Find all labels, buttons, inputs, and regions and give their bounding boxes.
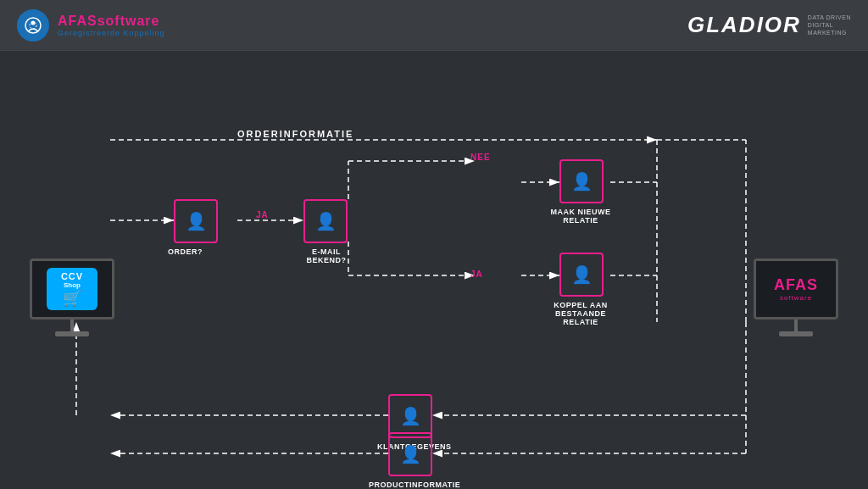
maak-box: 👤 <box>559 159 604 203</box>
afas-screen: AFAS software <box>754 258 838 320</box>
ccv-monitor-base <box>55 331 89 336</box>
afas-monitor-brand: AFAS <box>774 276 818 294</box>
ja-label-2: JA <box>470 270 483 279</box>
orderinformatie-label: ORDERINFORMATIE <box>237 125 353 141</box>
afas-logo-icon <box>17 9 49 42</box>
ja-label-1: JA <box>256 210 269 219</box>
header: AFASsoftware Geregistreerde Koppeling GL… <box>0 0 868 51</box>
ccv-logo: CCV Shop 🛒 <box>47 268 97 310</box>
koppel-box: 👤 <box>559 253 604 297</box>
klant-person-icon: 👤 <box>400 408 421 425</box>
afas-monitor: AFAS software <box>749 258 843 336</box>
gladior-tagline: DATA DRIVEN DIGITAL MARKETING <box>808 14 851 36</box>
diagram: ORDERINFORMATIE CCV Shop 🛒 AFAS software <box>0 51 868 489</box>
maak-label: MAAK NIEUWERELATIE <box>547 208 615 225</box>
email-box: 👤 <box>303 199 348 243</box>
order-label: ORDER? <box>168 247 203 256</box>
email-person-icon: 👤 <box>315 213 337 230</box>
afas-text-group: AFASsoftware Geregistreerde Koppeling <box>58 14 165 37</box>
order-box: 👤 <box>174 199 218 243</box>
koppel-label: KOPPEL AANBESTAANDE RELATIE <box>547 301 615 326</box>
gladior-brand: GLADIOR <box>687 12 801 38</box>
email-label: E-MAILBEKEND? <box>297 247 356 264</box>
ccv-screen: CCV Shop 🛒 <box>30 258 114 320</box>
svg-point-1 <box>31 20 36 25</box>
gladior-logo: GLADIOR DATA DRIVEN DIGITAL MARKETING <box>687 12 851 38</box>
afas-monitor-logo: AFAS software <box>774 276 818 302</box>
ccv-monitor-stand <box>70 320 74 331</box>
maak-person-icon: 👤 <box>571 173 593 190</box>
koppel-person-icon: 👤 <box>571 266 593 283</box>
afas-brand: AFASsoftware <box>58 14 165 29</box>
product-label: PRODUCTINFORMATIE <box>369 481 453 489</box>
product-person-icon: 👤 <box>400 446 421 463</box>
afas-monitor-stand <box>794 320 798 331</box>
ccv-monitor: CCV Shop 🛒 <box>25 258 119 336</box>
afas-logo: AFASsoftware Geregistreerde Koppeling <box>17 9 165 42</box>
afas-subtitle: Geregistreerde Koppeling <box>58 29 165 37</box>
afas-monitor-base <box>779 331 813 336</box>
arrows-svg <box>0 51 868 489</box>
order-person-icon: 👤 <box>186 213 207 230</box>
product-box: 👤 <box>388 432 432 476</box>
nee-label: NEE <box>470 153 491 162</box>
